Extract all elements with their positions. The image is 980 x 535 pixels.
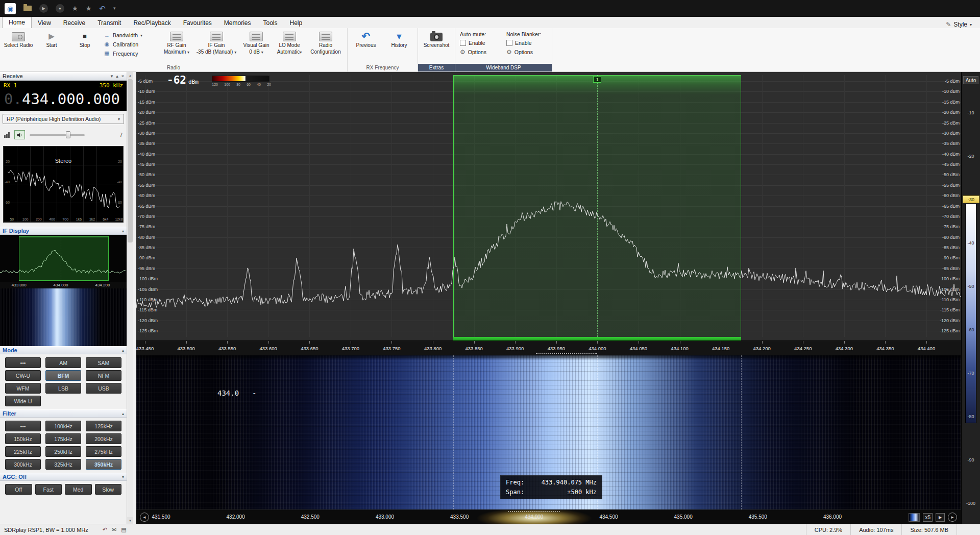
- mode-button-nfm[interactable]: NFM: [86, 370, 121, 381]
- panel-collapse-icon[interactable]: ▴: [116, 74, 118, 79]
- range-handle[interactable]: -30: [963, 196, 979, 203]
- quick-access-menu-icon[interactable]: ▾: [113, 6, 116, 11]
- mode-button-lsb[interactable]: LSB: [45, 383, 81, 394]
- range-control-strip[interactable]: Auto -10-20-30-40-50-60-70-80-90-100: [961, 72, 980, 524]
- calibration-button[interactable]: ◉ Calibration: [102, 40, 159, 48]
- passband-bottom-bar[interactable]: [453, 337, 741, 341]
- tune-center-line[interactable]: [597, 75, 598, 337]
- if-spectrum-minimap[interactable]: [0, 235, 127, 282]
- step-forward-button[interactable]: ▶: [936, 513, 945, 522]
- tab-transmit[interactable]: Transmit: [91, 18, 127, 28]
- record-icon[interactable]: ●: [56, 4, 64, 13]
- favourite-add-icon[interactable]: ★: [86, 5, 92, 12]
- filter-button-350khz[interactable]: 350kHz: [86, 459, 121, 470]
- if-gain-button[interactable]: IF Gain -35 dB (Manual) ▾: [194, 29, 239, 63]
- tab-home[interactable]: Home: [2, 17, 32, 28]
- automute-enable-checkbox[interactable]: Enable: [460, 40, 501, 46]
- start-button[interactable]: ▶ Start: [36, 29, 67, 63]
- noise-blanker-options-button[interactable]: ⚙ Options: [506, 48, 547, 56]
- play-icon[interactable]: ▶: [39, 4, 48, 13]
- automute-options-button[interactable]: ⚙ Options: [460, 48, 501, 56]
- filter-header[interactable]: Filter ▴: [0, 409, 127, 418]
- noise-blanker-enable-checkbox[interactable]: Enable: [506, 40, 547, 46]
- agc-button-slow[interactable]: Slow: [95, 484, 122, 495]
- status-undo-icon[interactable]: ↶: [103, 526, 107, 533]
- audio-device-select[interactable]: HP (Périphérique High Definition Audio) …: [3, 114, 124, 124]
- tab-memories[interactable]: Memories: [218, 18, 257, 28]
- previous-frequency-button[interactable]: ↶ Previous: [350, 29, 382, 63]
- level-meter-icon[interactable]: [4, 132, 10, 138]
- filter-button-125khz[interactable]: 125kHz: [86, 421, 121, 431]
- navigator-step-left-button[interactable]: ◄: [140, 513, 149, 522]
- filter-button-300khz[interactable]: 300kHz: [5, 459, 41, 470]
- history-button[interactable]: ▼ History: [383, 29, 415, 63]
- panel-menu-icon[interactable]: ▾: [111, 74, 113, 79]
- auto-range-button[interactable]: Auto: [963, 76, 978, 84]
- marker-flag[interactable]: 1: [593, 76, 601, 83]
- select-radio-button[interactable]: Select Radio: [3, 29, 34, 63]
- filter-button-150khz[interactable]: 150kHz: [5, 433, 41, 444]
- mode-button-wide-u[interactable]: Wide-U: [5, 396, 41, 406]
- filter-button-250khz[interactable]: 250kHz: [45, 446, 81, 457]
- scroll-thumb[interactable]: [128, 79, 133, 242]
- lo-mode-button[interactable]: LO Mode Automatic▾: [274, 29, 305, 63]
- zoom-button[interactable]: x5: [923, 513, 933, 522]
- visual-gain-button[interactable]: Visual Gain 0 dB ▾: [240, 29, 272, 63]
- filter-button-325khz[interactable]: 325kHz: [45, 459, 81, 470]
- rf-gain-button[interactable]: RF Gain Maximum ▾: [161, 29, 192, 63]
- collapse-icon[interactable]: ▾: [122, 475, 124, 479]
- agc-header[interactable]: AGC: Off ▾: [0, 473, 127, 481]
- screenshot-button[interactable]: Screenshot: [421, 29, 452, 63]
- spectrum-frequency-axis[interactable]: 433.450433.500433.550433.600433.650433.7…: [136, 341, 961, 355]
- filter-button-200khz[interactable]: 200kHz: [86, 433, 121, 444]
- style-button[interactable]: ✎ Style ▾: [946, 21, 980, 28]
- frequency-display[interactable]: 0.434.000.000: [0, 89, 127, 109]
- tab-help[interactable]: Help: [284, 18, 309, 28]
- frequency-button[interactable]: ▦ Frequency: [102, 50, 159, 57]
- status-display-icon[interactable]: ▤: [121, 526, 126, 533]
- palette-gradient[interactable]: [965, 204, 976, 423]
- tab-receive[interactable]: Receive: [57, 18, 91, 28]
- mode-button-cw-u[interactable]: CW-U: [5, 370, 41, 381]
- volume-slider[interactable]: [30, 131, 85, 138]
- collapse-icon[interactable]: ▴: [122, 348, 124, 353]
- mode-button-wfm[interactable]: WFM: [5, 383, 41, 394]
- collapse-icon[interactable]: ▴: [122, 411, 124, 416]
- tab-favourites[interactable]: Favourites: [177, 18, 218, 28]
- scroll-down-icon[interactable]: ▾: [127, 517, 133, 524]
- mode-button-bfm[interactable]: BFM: [45, 370, 81, 381]
- slider-thumb[interactable]: [66, 131, 70, 138]
- stop-button[interactable]: ■ Stop: [69, 29, 101, 63]
- waterfall-view-button[interactable]: [909, 513, 920, 522]
- panel-close-icon[interactable]: ×: [121, 74, 124, 79]
- open-folder-icon[interactable]: [23, 6, 32, 11]
- mode-button-sam[interactable]: SAM: [86, 357, 121, 368]
- collapse-icon[interactable]: ▴: [122, 229, 124, 233]
- radio-configuration-button[interactable]: Radio Configuration: [307, 29, 345, 63]
- agc-button-med[interactable]: Med: [65, 484, 92, 495]
- scroll-up-icon[interactable]: ▴: [127, 72, 133, 79]
- filter-button-275khz[interactable]: 275kHz: [86, 446, 121, 457]
- tab-view[interactable]: View: [32, 18, 57, 28]
- filter-button-dots[interactable]: •••: [5, 421, 41, 431]
- mode-button-usb[interactable]: USB: [86, 383, 121, 394]
- filter-button-225khz[interactable]: 225kHz: [5, 446, 41, 457]
- mode-header[interactable]: Mode ▴: [0, 346, 127, 354]
- mute-button[interactable]: [14, 130, 25, 139]
- mode-button-dots[interactable]: •••: [5, 357, 41, 368]
- agc-button-off[interactable]: Off: [5, 484, 32, 495]
- panel-scrollbar[interactable]: ▴ ▾: [127, 72, 133, 524]
- if-display-header[interactable]: IF Display ▴: [0, 227, 127, 235]
- tab-rec-playback[interactable]: Rec/Playback: [127, 18, 177, 28]
- frequency-navigator[interactable]: ◄ x5 ▶ ► 431.500432.000432.500433.000433…: [136, 509, 961, 524]
- status-mail-icon[interactable]: ✉: [112, 526, 116, 533]
- waterfall-display[interactable]: 434.0 - Freq:433.940.075 MHz Span:±500 k…: [136, 355, 961, 509]
- receive-panel-header[interactable]: Receive ▾ ▴ ×: [0, 72, 127, 81]
- filter-button-100khz[interactable]: 100kHz: [45, 421, 81, 431]
- mode-button-am[interactable]: AM: [45, 357, 81, 368]
- tab-tools[interactable]: Tools: [257, 18, 284, 28]
- app-logo-icon[interactable]: ◉: [5, 3, 16, 14]
- spectrum-display[interactable]: 1 -5 dBm-5 dBm-10 dBm-10 dBm-15 dBm-15 d…: [136, 72, 961, 341]
- filter-button-175khz[interactable]: 175kHz: [45, 433, 81, 444]
- navigator-step-right-button[interactable]: ►: [948, 513, 957, 522]
